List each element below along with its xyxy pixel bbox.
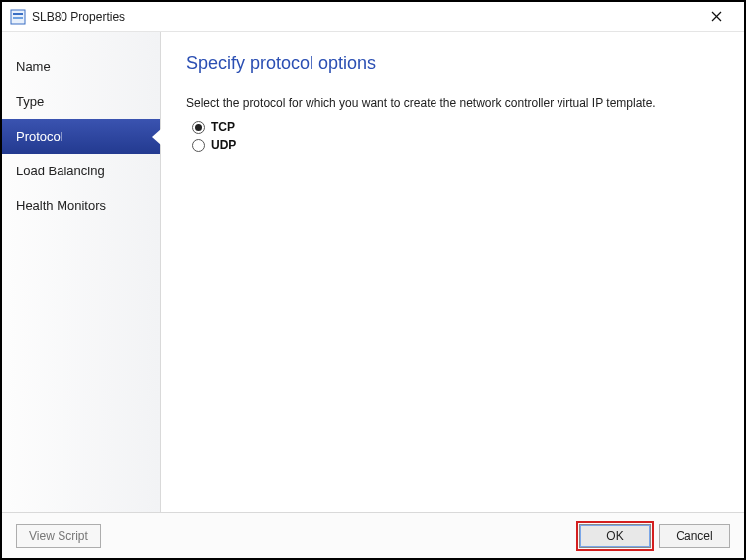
radio-icon xyxy=(192,121,205,134)
radio-label: TCP xyxy=(211,120,235,134)
content-pane: Specify protocol options Select the prot… xyxy=(161,32,744,512)
dialog-window: SLB80 Properties Name Type Protocol L xyxy=(0,0,746,560)
page-heading: Specify protocol options xyxy=(186,54,718,74)
sidebar-item-label: Name xyxy=(16,59,51,74)
page-description: Select the protocol for which you want t… xyxy=(186,96,718,110)
protocol-option-tcp[interactable]: TCP xyxy=(186,120,718,134)
svg-rect-1 xyxy=(13,13,23,15)
dialog-footer: View Script OK Cancel xyxy=(2,512,744,558)
sidebar-item-label: Health Monitors xyxy=(16,198,106,213)
window-title: SLB80 Properties xyxy=(32,10,125,24)
protocol-option-udp[interactable]: UDP xyxy=(186,138,718,152)
sidebar-item-health-monitors[interactable]: Health Monitors xyxy=(2,188,160,223)
ok-button[interactable]: OK xyxy=(579,524,651,548)
sidebar-item-protocol[interactable]: Protocol xyxy=(2,119,160,154)
view-script-button[interactable]: View Script xyxy=(16,524,101,548)
sidebar-item-load-balancing[interactable]: Load Balancing xyxy=(2,154,160,188)
sidebar-item-type[interactable]: Type xyxy=(2,84,160,119)
sidebar-item-name[interactable]: Name xyxy=(2,50,160,84)
sidebar-item-label: Type xyxy=(16,94,44,109)
radio-label: UDP xyxy=(211,138,236,152)
dialog-body: Name Type Protocol Load Balancing Health… xyxy=(2,32,744,512)
sidebar-nav: Name Type Protocol Load Balancing Health… xyxy=(2,32,161,512)
close-icon xyxy=(711,9,722,25)
radio-icon xyxy=(192,139,205,152)
close-button[interactable] xyxy=(696,3,736,31)
svg-rect-2 xyxy=(13,17,23,19)
app-icon xyxy=(10,9,26,25)
title-bar: SLB80 Properties xyxy=(2,2,744,32)
cancel-button[interactable]: Cancel xyxy=(659,524,730,548)
sidebar-item-label: Load Balancing xyxy=(16,164,105,178)
sidebar-item-label: Protocol xyxy=(16,129,63,144)
